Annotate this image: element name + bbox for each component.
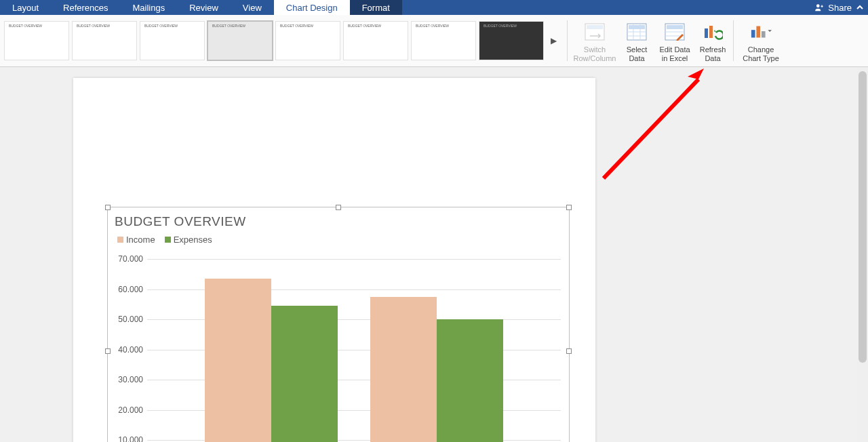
more-chart-styles[interactable]: ▶ (547, 21, 560, 60)
tab-layout[interactable]: Layout (0, 0, 51, 15)
chart-style-5[interactable]: BUDGET OVERVIEW (275, 21, 340, 60)
resize-handle[interactable] (336, 205, 341, 210)
svg-rect-2 (587, 25, 603, 29)
svg-rect-16 (756, 26, 760, 38)
switch-row-column-icon (584, 21, 606, 43)
collapse-ribbon-icon[interactable] (856, 3, 864, 12)
y-tick-label: 20.000 (118, 405, 143, 415)
edit-data-in-excel-button[interactable]: Edit Data in Excel (656, 18, 694, 63)
refresh-data-button[interactable]: Refresh Data (694, 18, 732, 63)
chart-styles-gallery: BUDGET OVERVIEW BUDGET OVERVIEW BUDGET O… (4, 21, 566, 60)
svg-rect-13 (705, 28, 708, 38)
chart-legend[interactable]: Income Expenses (117, 235, 212, 245)
chart-style-1[interactable]: BUDGET OVERVIEW (4, 21, 69, 60)
tab-view[interactable]: View (231, 0, 274, 15)
y-tick-label: 60.000 (118, 285, 143, 294)
share-icon[interactable] (814, 3, 824, 12)
chart-style-4[interactable]: BUDGET OVERVIEW (208, 21, 273, 60)
svg-point-0 (816, 4, 820, 7)
bar-group (370, 297, 503, 442)
y-tick-label: 40.000 (118, 345, 143, 355)
svg-rect-10 (667, 25, 683, 29)
tab-chart-design[interactable]: Chart Design (274, 0, 350, 15)
bar-group (205, 279, 338, 442)
y-tick-label: 30.000 (118, 375, 143, 384)
bar[interactable] (205, 279, 271, 442)
ribbon-toolbar: BUDGET OVERVIEW BUDGET OVERVIEW BUDGET O… (0, 15, 868, 67)
ribbon-separator (733, 20, 734, 61)
y-tick-label: 10.000 (118, 435, 143, 442)
legend-swatch-expenses (165, 237, 171, 243)
edit-data-excel-icon (664, 21, 686, 43)
share-label[interactable]: Share (828, 3, 852, 13)
resize-handle[interactable] (566, 348, 572, 354)
svg-rect-4 (629, 25, 645, 29)
refresh-data-icon (702, 21, 724, 43)
chart-style-3[interactable]: BUDGET OVERVIEW (140, 21, 205, 60)
resize-handle[interactable] (566, 205, 572, 210)
legend-swatch-income (117, 237, 123, 243)
y-tick-label: 70.000 (118, 254, 143, 264)
annotation-arrow (597, 67, 719, 185)
bar[interactable] (437, 319, 503, 442)
chart-object[interactable]: BUDGET OVERVIEW Income Expenses 010.0002… (107, 207, 570, 442)
select-data-icon (626, 21, 648, 43)
chart-title[interactable]: BUDGET OVERVIEW (115, 214, 246, 229)
chart-style-6[interactable]: BUDGET OVERVIEW (343, 21, 408, 60)
chart-style-7[interactable]: BUDGET OVERVIEW (411, 21, 476, 60)
bar[interactable] (370, 297, 437, 442)
legend-label-income: Income (126, 235, 155, 245)
tab-references[interactable]: References (51, 0, 120, 15)
tab-mailings[interactable]: Mailings (121, 0, 178, 15)
ribbon-separator (567, 20, 568, 61)
switch-row-column-button[interactable]: Switch Row/Column (572, 18, 618, 63)
svg-line-18 (604, 79, 698, 178)
legend-label-expenses: Expenses (174, 235, 212, 245)
svg-marker-19 (688, 68, 704, 79)
gridline (147, 259, 561, 260)
tab-review[interactable]: Review (177, 0, 231, 15)
svg-rect-15 (751, 30, 755, 37)
change-chart-type-button[interactable]: Change Chart Type (738, 18, 784, 63)
ribbon-tabs: Layout References Mailings Review View C… (0, 0, 868, 15)
document-area: BUDGET OVERVIEW Income Expenses 010.0002… (0, 67, 868, 442)
scrollbar-thumb[interactable] (859, 71, 867, 363)
bar[interactable] (271, 306, 338, 442)
vertical-scrollbar[interactable] (857, 67, 868, 442)
svg-rect-17 (762, 31, 766, 37)
tab-format[interactable]: Format (350, 0, 402, 15)
chart-style-2[interactable]: BUDGET OVERVIEW (72, 21, 137, 60)
svg-rect-14 (709, 26, 713, 38)
chart-style-8[interactable]: BUDGET OVERVIEW (479, 21, 544, 60)
chart-plot-area[interactable]: 010.00020.00030.00040.00050.00060.00070.… (147, 259, 561, 442)
change-chart-type-icon (750, 21, 772, 43)
resize-handle[interactable] (105, 205, 111, 210)
y-tick-label: 50.000 (118, 315, 143, 324)
resize-handle[interactable] (105, 348, 111, 354)
select-data-button[interactable]: Select Data (618, 18, 656, 63)
